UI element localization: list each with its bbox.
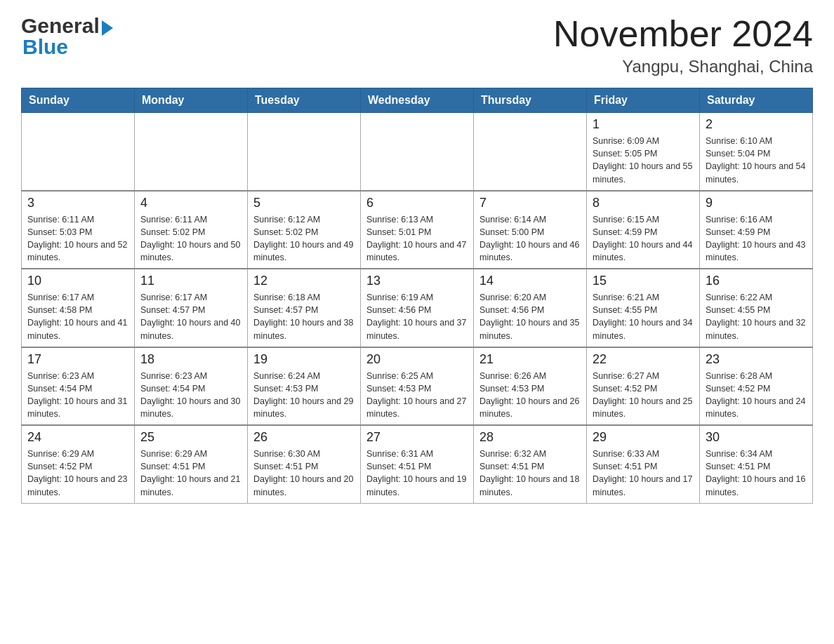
calendar-cell-w1-d2 (135, 113, 248, 191)
day-number: 23 (706, 352, 807, 367)
day-info: Sunrise: 6:23 AMSunset: 4:54 PMDaylight:… (27, 370, 128, 421)
calendar-title: November 2024 (553, 14, 813, 54)
calendar-table: SundayMondayTuesdayWednesdayThursdayFrid… (21, 88, 813, 504)
day-info: Sunrise: 6:33 AMSunset: 4:51 PMDaylight:… (593, 448, 694, 499)
day-info: Sunrise: 6:13 AMSunset: 5:01 PMDaylight:… (366, 213, 468, 264)
calendar-cell-w4-d5: 21Sunrise: 6:26 AMSunset: 4:53 PMDayligh… (474, 347, 587, 426)
day-info: Sunrise: 6:11 AMSunset: 5:03 PMDaylight:… (27, 213, 128, 264)
day-info: Sunrise: 6:14 AMSunset: 5:00 PMDaylight:… (479, 213, 581, 264)
day-number: 25 (140, 430, 241, 445)
calendar-cell-w2-d2: 4Sunrise: 6:11 AMSunset: 5:02 PMDaylight… (135, 191, 248, 269)
calendar-cell-w3-d2: 11Sunrise: 6:17 AMSunset: 4:57 PMDayligh… (135, 269, 248, 347)
day-info: Sunrise: 6:22 AMSunset: 4:55 PMDaylight:… (706, 291, 807, 342)
day-number: 3 (27, 196, 128, 210)
day-info: Sunrise: 6:32 AMSunset: 4:51 PMDaylight:… (479, 448, 581, 499)
calendar-cell-w5-d2: 25Sunrise: 6:29 AMSunset: 4:51 PMDayligh… (135, 425, 248, 503)
day-info: Sunrise: 6:09 AMSunset: 5:05 PMDaylight:… (593, 135, 694, 186)
calendar-cell-w3-d7: 16Sunrise: 6:22 AMSunset: 4:55 PMDayligh… (700, 269, 813, 347)
calendar-cell-w2-d3: 5Sunrise: 6:12 AMSunset: 5:02 PMDaylight… (248, 191, 361, 269)
day-info: Sunrise: 6:28 AMSunset: 4:52 PMDaylight:… (706, 370, 807, 421)
day-info: Sunrise: 6:31 AMSunset: 4:51 PMDaylight:… (366, 448, 468, 499)
day-number: 8 (593, 196, 694, 210)
week-row-4: 17Sunrise: 6:23 AMSunset: 4:54 PMDayligh… (22, 347, 813, 426)
day-info: Sunrise: 6:12 AMSunset: 5:02 PMDaylight:… (253, 213, 355, 264)
header-tuesday: Tuesday (248, 88, 361, 113)
day-info: Sunrise: 6:29 AMSunset: 4:51 PMDaylight:… (140, 448, 241, 499)
calendar-cell-w1-d5 (474, 113, 587, 191)
logo-blue-text: Blue (22, 35, 68, 58)
day-info: Sunrise: 6:15 AMSunset: 4:59 PMDaylight:… (593, 213, 694, 264)
header-wednesday: Wednesday (361, 88, 474, 113)
calendar-cell-w1-d4 (361, 113, 474, 191)
day-number: 4 (140, 196, 241, 210)
calendar-subtitle: Yangpu, Shanghai, China (553, 57, 813, 76)
header-thursday: Thursday (474, 88, 587, 113)
week-row-2: 3Sunrise: 6:11 AMSunset: 5:03 PMDaylight… (22, 191, 813, 269)
calendar-cell-w2-d1: 3Sunrise: 6:11 AMSunset: 5:03 PMDaylight… (22, 191, 135, 269)
day-info: Sunrise: 6:17 AMSunset: 4:57 PMDaylight:… (140, 291, 241, 342)
calendar-cell-w4-d1: 17Sunrise: 6:23 AMSunset: 4:54 PMDayligh… (22, 347, 135, 426)
day-info: Sunrise: 6:19 AMSunset: 4:56 PMDaylight:… (366, 291, 468, 342)
day-info: Sunrise: 6:11 AMSunset: 5:02 PMDaylight:… (140, 213, 241, 264)
header-monday: Monday (135, 88, 248, 113)
day-number: 19 (253, 352, 355, 367)
calendar-cell-w4-d4: 20Sunrise: 6:25 AMSunset: 4:53 PMDayligh… (361, 347, 474, 426)
day-number: 6 (366, 196, 468, 210)
week-row-3: 10Sunrise: 6:17 AMSunset: 4:58 PMDayligh… (22, 269, 813, 347)
calendar-cell-w2-d6: 8Sunrise: 6:15 AMSunset: 4:59 PMDaylight… (587, 191, 700, 269)
calendar-header-row: SundayMondayTuesdayWednesdayThursdayFrid… (22, 88, 813, 113)
day-number: 30 (706, 430, 807, 445)
calendar-cell-w5-d4: 27Sunrise: 6:31 AMSunset: 4:51 PMDayligh… (361, 425, 474, 503)
header-sunday: Sunday (22, 88, 135, 113)
day-info: Sunrise: 6:34 AMSunset: 4:51 PMDaylight:… (706, 448, 807, 499)
calendar-cell-w1-d1 (22, 113, 135, 191)
logo-general-text: General (21, 14, 100, 38)
header-saturday: Saturday (700, 88, 813, 113)
day-number: 16 (706, 274, 807, 288)
calendar-cell-w3-d6: 15Sunrise: 6:21 AMSunset: 4:55 PMDayligh… (587, 269, 700, 347)
calendar-cell-w4-d3: 19Sunrise: 6:24 AMSunset: 4:53 PMDayligh… (248, 347, 361, 426)
day-info: Sunrise: 6:16 AMSunset: 4:59 PMDaylight:… (706, 213, 807, 264)
day-info: Sunrise: 6:20 AMSunset: 4:56 PMDaylight:… (479, 291, 581, 342)
header-friday: Friday (587, 88, 700, 113)
calendar-cell-w5-d7: 30Sunrise: 6:34 AMSunset: 4:51 PMDayligh… (700, 425, 813, 503)
calendar-cell-w5-d1: 24Sunrise: 6:29 AMSunset: 4:52 PMDayligh… (22, 425, 135, 503)
calendar-cell-w3-d1: 10Sunrise: 6:17 AMSunset: 4:58 PMDayligh… (22, 269, 135, 347)
logo: General Blue (21, 14, 113, 59)
day-info: Sunrise: 6:25 AMSunset: 4:53 PMDaylight:… (366, 370, 468, 421)
day-number: 13 (366, 274, 468, 288)
day-info: Sunrise: 6:29 AMSunset: 4:52 PMDaylight:… (27, 448, 128, 499)
day-number: 20 (366, 352, 468, 367)
day-number: 29 (593, 430, 694, 445)
calendar-cell-w3-d5: 14Sunrise: 6:20 AMSunset: 4:56 PMDayligh… (474, 269, 587, 347)
calendar-cell-w5-d5: 28Sunrise: 6:32 AMSunset: 4:51 PMDayligh… (474, 425, 587, 503)
week-row-5: 24Sunrise: 6:29 AMSunset: 4:52 PMDayligh… (22, 425, 813, 503)
calendar-cell-w3-d4: 13Sunrise: 6:19 AMSunset: 4:56 PMDayligh… (361, 269, 474, 347)
day-info: Sunrise: 6:24 AMSunset: 4:53 PMDaylight:… (253, 370, 355, 421)
day-number: 1 (593, 117, 694, 132)
day-number: 11 (140, 274, 241, 288)
day-number: 26 (253, 430, 355, 445)
day-number: 9 (706, 196, 807, 210)
day-number: 24 (27, 430, 128, 445)
day-number: 27 (366, 430, 468, 445)
calendar-cell-w2-d5: 7Sunrise: 6:14 AMSunset: 5:00 PMDaylight… (474, 191, 587, 269)
day-number: 22 (593, 352, 694, 367)
calendar-cell-w1-d6: 1Sunrise: 6:09 AMSunset: 5:05 PMDaylight… (587, 113, 700, 191)
header: General Blue November 2024 Yangpu, Shang… (21, 14, 813, 76)
day-info: Sunrise: 6:30 AMSunset: 4:51 PMDaylight:… (253, 448, 355, 499)
calendar-cell-w2-d4: 6Sunrise: 6:13 AMSunset: 5:01 PMDaylight… (361, 191, 474, 269)
day-number: 7 (479, 196, 581, 210)
day-info: Sunrise: 6:17 AMSunset: 4:58 PMDaylight:… (27, 291, 128, 342)
day-number: 15 (593, 274, 694, 288)
logo-arrow-icon (102, 20, 113, 36)
day-number: 2 (706, 117, 807, 132)
calendar-cell-w4-d7: 23Sunrise: 6:28 AMSunset: 4:52 PMDayligh… (700, 347, 813, 426)
calendar-cell-w1-d7: 2Sunrise: 6:10 AMSunset: 5:04 PMDaylight… (700, 113, 813, 191)
week-row-1: 1Sunrise: 6:09 AMSunset: 5:05 PMDaylight… (22, 113, 813, 191)
day-number: 10 (27, 274, 128, 288)
day-info: Sunrise: 6:26 AMSunset: 4:53 PMDaylight:… (479, 370, 581, 421)
day-number: 28 (479, 430, 581, 445)
calendar-cell-w1-d3 (248, 113, 361, 191)
day-number: 14 (479, 274, 581, 288)
